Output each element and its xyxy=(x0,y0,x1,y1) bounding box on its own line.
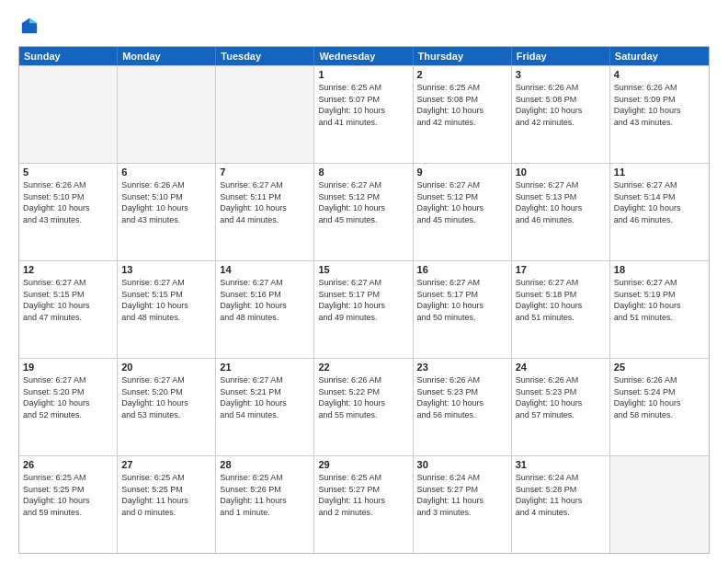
cal-cell: 22Sunrise: 6:26 AM Sunset: 5:22 PM Dayli… xyxy=(314,359,413,455)
cal-cell: 24Sunrise: 6:26 AM Sunset: 5:23 PM Dayli… xyxy=(512,359,610,455)
cal-cell: 3Sunrise: 6:26 AM Sunset: 5:08 PM Daylig… xyxy=(512,66,610,163)
cell-day-number: 29 xyxy=(318,459,408,470)
cal-cell: 25Sunrise: 6:26 AM Sunset: 5:24 PM Dayli… xyxy=(610,359,709,455)
cell-info: Sunrise: 6:24 AM Sunset: 5:28 PM Dayligh… xyxy=(516,472,606,518)
cell-info: Sunrise: 6:25 AM Sunset: 5:26 PM Dayligh… xyxy=(220,472,310,518)
cell-info: Sunrise: 6:25 AM Sunset: 5:25 PM Dayligh… xyxy=(121,472,211,518)
cal-week-1: 1Sunrise: 6:25 AM Sunset: 5:07 PM Daylig… xyxy=(19,65,709,163)
cell-info: Sunrise: 6:27 AM Sunset: 5:18 PM Dayligh… xyxy=(516,277,606,323)
cell-info: Sunrise: 6:26 AM Sunset: 5:09 PM Dayligh… xyxy=(614,82,705,128)
cal-cell: 13Sunrise: 6:27 AM Sunset: 5:15 PM Dayli… xyxy=(118,261,216,358)
cell-info: Sunrise: 6:27 AM Sunset: 5:19 PM Dayligh… xyxy=(614,277,705,323)
cal-cell: 18Sunrise: 6:27 AM Sunset: 5:19 PM Dayli… xyxy=(610,261,709,358)
calendar: SundayMondayTuesdayWednesdayThursdayFrid… xyxy=(18,46,710,554)
cell-day-number: 24 xyxy=(516,362,606,373)
cal-cell: 1Sunrise: 6:25 AM Sunset: 5:07 PM Daylig… xyxy=(314,66,413,163)
cal-header-friday: Friday xyxy=(512,47,610,65)
cell-day-number: 25 xyxy=(614,362,705,373)
cal-week-5: 26Sunrise: 6:25 AM Sunset: 5:25 PM Dayli… xyxy=(19,455,709,553)
cal-cell: 29Sunrise: 6:25 AM Sunset: 5:27 PM Dayli… xyxy=(314,456,413,553)
cell-day-number: 10 xyxy=(516,167,606,178)
cal-cell: 7Sunrise: 6:27 AM Sunset: 5:11 PM Daylig… xyxy=(216,164,314,260)
cell-day-number: 5 xyxy=(23,167,113,178)
cell-day-number: 22 xyxy=(318,362,408,373)
cell-info: Sunrise: 6:26 AM Sunset: 5:22 PM Dayligh… xyxy=(318,374,408,420)
cell-day-number: 16 xyxy=(417,264,507,275)
cell-day-number: 27 xyxy=(121,459,211,470)
cell-info: Sunrise: 6:25 AM Sunset: 5:27 PM Dayligh… xyxy=(318,472,408,518)
cell-day-number: 14 xyxy=(220,264,310,275)
cal-cell: 26Sunrise: 6:25 AM Sunset: 5:25 PM Dayli… xyxy=(19,456,118,553)
cal-header-monday: Monday xyxy=(118,47,216,65)
cell-info: Sunrise: 6:27 AM Sunset: 5:17 PM Dayligh… xyxy=(417,277,507,323)
cell-day-number: 13 xyxy=(121,264,211,275)
cal-cell: 31Sunrise: 6:24 AM Sunset: 5:28 PM Dayli… xyxy=(512,456,610,553)
page: SundayMondayTuesdayWednesdayThursdayFrid… xyxy=(0,0,728,563)
calendar-header: SundayMondayTuesdayWednesdayThursdayFrid… xyxy=(19,47,709,65)
cell-day-number: 8 xyxy=(318,167,408,178)
cell-day-number: 1 xyxy=(318,69,408,80)
cell-day-number: 26 xyxy=(23,459,113,470)
cal-cell xyxy=(610,456,709,553)
cal-cell: 4Sunrise: 6:26 AM Sunset: 5:09 PM Daylig… xyxy=(610,66,709,163)
cell-info: Sunrise: 6:25 AM Sunset: 5:08 PM Dayligh… xyxy=(417,82,507,128)
cell-info: Sunrise: 6:26 AM Sunset: 5:10 PM Dayligh… xyxy=(121,179,211,225)
cal-cell: 10Sunrise: 6:27 AM Sunset: 5:13 PM Dayli… xyxy=(512,164,610,260)
cal-cell: 5Sunrise: 6:26 AM Sunset: 5:10 PM Daylig… xyxy=(19,164,118,260)
cell-day-number: 23 xyxy=(417,362,507,373)
cell-info: Sunrise: 6:26 AM Sunset: 5:10 PM Dayligh… xyxy=(23,179,113,225)
cell-day-number: 15 xyxy=(318,264,408,275)
cell-info: Sunrise: 6:25 AM Sunset: 5:25 PM Dayligh… xyxy=(23,472,113,518)
cell-day-number: 19 xyxy=(23,362,113,373)
cal-header-thursday: Thursday xyxy=(414,47,512,65)
cell-day-number: 18 xyxy=(614,264,705,275)
cal-cell: 16Sunrise: 6:27 AM Sunset: 5:17 PM Dayli… xyxy=(414,261,512,358)
cal-cell: 28Sunrise: 6:25 AM Sunset: 5:26 PM Dayli… xyxy=(216,456,314,553)
cal-header-sunday: Sunday xyxy=(19,47,118,65)
cal-cell: 14Sunrise: 6:27 AM Sunset: 5:16 PM Dayli… xyxy=(216,261,314,358)
cal-cell: 9Sunrise: 6:27 AM Sunset: 5:12 PM Daylig… xyxy=(414,164,512,260)
cal-cell xyxy=(118,66,216,163)
cell-info: Sunrise: 6:27 AM Sunset: 5:15 PM Dayligh… xyxy=(121,277,211,323)
cell-day-number: 6 xyxy=(121,167,211,178)
cal-week-3: 12Sunrise: 6:27 AM Sunset: 5:15 PM Dayli… xyxy=(19,260,709,358)
cell-info: Sunrise: 6:27 AM Sunset: 5:20 PM Dayligh… xyxy=(121,374,211,420)
cal-cell: 21Sunrise: 6:27 AM Sunset: 5:21 PM Dayli… xyxy=(216,359,314,455)
cal-header-tuesday: Tuesday xyxy=(216,47,314,65)
cell-info: Sunrise: 6:26 AM Sunset: 5:08 PM Dayligh… xyxy=(516,82,606,128)
cell-info: Sunrise: 6:27 AM Sunset: 5:14 PM Dayligh… xyxy=(614,179,705,225)
cal-cell: 15Sunrise: 6:27 AM Sunset: 5:17 PM Dayli… xyxy=(314,261,413,358)
cal-cell: 2Sunrise: 6:25 AM Sunset: 5:08 PM Daylig… xyxy=(414,66,512,163)
cal-cell xyxy=(216,66,314,163)
cell-info: Sunrise: 6:27 AM Sunset: 5:13 PM Dayligh… xyxy=(516,179,606,225)
cell-day-number: 11 xyxy=(614,167,705,178)
cell-info: Sunrise: 6:27 AM Sunset: 5:12 PM Dayligh… xyxy=(318,179,408,225)
cell-info: Sunrise: 6:27 AM Sunset: 5:16 PM Dayligh… xyxy=(220,277,310,323)
cal-cell xyxy=(19,66,118,163)
cell-info: Sunrise: 6:24 AM Sunset: 5:27 PM Dayligh… xyxy=(417,472,507,518)
svg-marker-1 xyxy=(29,18,37,23)
cell-day-number: 3 xyxy=(516,69,606,80)
cal-cell: 11Sunrise: 6:27 AM Sunset: 5:14 PM Dayli… xyxy=(610,164,709,260)
cell-day-number: 31 xyxy=(516,459,606,470)
cal-cell: 20Sunrise: 6:27 AM Sunset: 5:20 PM Dayli… xyxy=(118,359,216,455)
cal-cell: 12Sunrise: 6:27 AM Sunset: 5:15 PM Dayli… xyxy=(19,261,118,358)
cal-cell: 17Sunrise: 6:27 AM Sunset: 5:18 PM Dayli… xyxy=(512,261,610,358)
cell-info: Sunrise: 6:26 AM Sunset: 5:23 PM Dayligh… xyxy=(417,374,507,420)
cell-info: Sunrise: 6:27 AM Sunset: 5:17 PM Dayligh… xyxy=(318,277,408,323)
cell-info: Sunrise: 6:27 AM Sunset: 5:11 PM Dayligh… xyxy=(220,179,310,225)
cell-info: Sunrise: 6:27 AM Sunset: 5:20 PM Dayligh… xyxy=(23,374,113,420)
cal-header-wednesday: Wednesday xyxy=(314,47,413,65)
cell-day-number: 20 xyxy=(121,362,211,373)
cell-day-number: 28 xyxy=(220,459,310,470)
cal-cell: 6Sunrise: 6:26 AM Sunset: 5:10 PM Daylig… xyxy=(118,164,216,260)
cell-info: Sunrise: 6:26 AM Sunset: 5:24 PM Dayligh… xyxy=(614,374,705,420)
cell-day-number: 4 xyxy=(614,69,705,80)
cell-day-number: 17 xyxy=(516,264,606,275)
cell-info: Sunrise: 6:27 AM Sunset: 5:15 PM Dayligh… xyxy=(23,277,113,323)
cell-day-number: 7 xyxy=(220,167,310,178)
cell-info: Sunrise: 6:26 AM Sunset: 5:23 PM Dayligh… xyxy=(516,374,606,420)
cell-day-number: 2 xyxy=(417,69,507,80)
logo-icon xyxy=(20,17,39,35)
cal-week-2: 5Sunrise: 6:26 AM Sunset: 5:10 PM Daylig… xyxy=(19,163,709,260)
